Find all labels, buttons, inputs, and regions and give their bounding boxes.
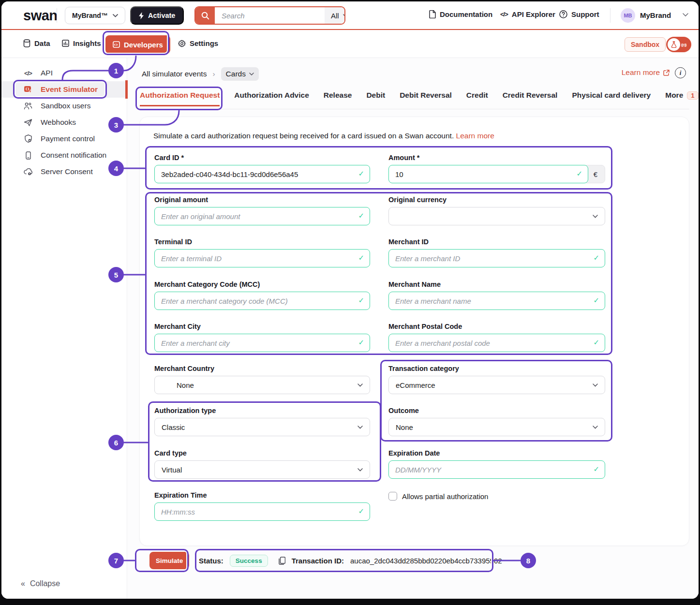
merchant-name-label: Merchant Name bbox=[388, 280, 605, 288]
copy-icon[interactable] bbox=[279, 557, 285, 565]
card-type-select[interactable]: Virtual bbox=[154, 460, 370, 479]
sidebar-item-api[interactable]: </> API bbox=[1, 65, 127, 81]
outcome-select[interactable]: None bbox=[388, 418, 605, 436]
sandbox-badge: Sandbox bbox=[625, 37, 666, 52]
avatar[interactable]: MB bbox=[621, 8, 635, 23]
form-learn-more-link[interactable]: Learn more bbox=[456, 132, 494, 140]
chevron-down-icon bbox=[343, 14, 345, 17]
api-explorer-link[interactable]: </> API Explorer bbox=[500, 10, 555, 18]
expiration-date-input[interactable] bbox=[388, 460, 605, 479]
documentation-link[interactable]: Documentation bbox=[429, 10, 492, 18]
allows-partial-authorization-checkbox[interactable] bbox=[388, 492, 397, 501]
environment-toggle[interactable]: ((•)) bbox=[666, 37, 691, 52]
chart-icon bbox=[62, 40, 69, 47]
merchant-city-input[interactable] bbox=[154, 334, 370, 352]
activate-button[interactable]: Activate bbox=[130, 6, 184, 25]
status-badge: Success bbox=[230, 555, 268, 567]
simulate-button[interactable]: Simulate bbox=[149, 552, 189, 569]
collapse-label: Collapse bbox=[30, 579, 60, 588]
documentation-label: Documentation bbox=[440, 10, 492, 18]
tab-credit[interactable]: Credit bbox=[466, 88, 488, 106]
card-id-input[interactable] bbox=[154, 165, 370, 183]
chevron-down-icon bbox=[357, 426, 363, 429]
expiration-date-label: Expiration Date bbox=[388, 449, 605, 457]
tab-authorization-advice[interactable]: Authorization Advice bbox=[234, 88, 309, 106]
search-icon[interactable] bbox=[195, 7, 215, 24]
sidebar-item-sandbox-users[interactable]: Sandbox users bbox=[1, 98, 127, 114]
learn-more-link[interactable]: Learn more bbox=[622, 68, 670, 77]
nav-item-data[interactable]: Data bbox=[23, 39, 50, 47]
amount-input[interactable] bbox=[388, 165, 588, 183]
brand-switcher-button[interactable]: MyBrand™ bbox=[65, 7, 125, 24]
sidebar-webhooks-label: Webhooks bbox=[41, 118, 76, 127]
merchant-postal-code-label: Merchant Postal Code bbox=[388, 323, 605, 330]
simulator-form-card: Simulate a card authorization request be… bbox=[139, 117, 689, 546]
tab-credit-reversal[interactable]: Credit Reversal bbox=[503, 88, 558, 106]
code-icon: </> bbox=[23, 70, 33, 77]
tab-authorization-request[interactable]: Authorization Request bbox=[140, 88, 220, 106]
divider bbox=[57, 8, 57, 23]
breadcrumb: All simulator events › Cards bbox=[142, 67, 259, 81]
nav-item-developers[interactable]: Developers bbox=[105, 35, 170, 54]
allows-partial-authorization-label: Allows partial authorization bbox=[402, 492, 488, 501]
amount-label: Amount * bbox=[388, 154, 605, 162]
nav-item-settings[interactable]: Settings bbox=[178, 39, 218, 47]
tab-more[interactable]: More 1 bbox=[665, 88, 699, 106]
currency-suffix: € bbox=[586, 165, 605, 183]
merchant-id-input[interactable] bbox=[388, 249, 605, 267]
merchant-country-label: Merchant Country bbox=[154, 365, 370, 372]
tab-debit-reversal[interactable]: Debit Reversal bbox=[400, 88, 452, 106]
original-amount-input[interactable] bbox=[154, 207, 370, 225]
search-filter-dropdown[interactable]: All bbox=[325, 7, 345, 24]
tab-physical-card-delivery[interactable]: Physical card delivery bbox=[572, 88, 651, 106]
original-currency-select[interactable] bbox=[388, 207, 605, 225]
expiration-time-input[interactable] bbox=[154, 502, 370, 521]
merchant-country-select[interactable]: None bbox=[154, 376, 370, 394]
search-input[interactable] bbox=[215, 7, 325, 24]
sidebar-event-simulator-label: Event Simulator bbox=[41, 85, 98, 94]
collapse-button[interactable]: « Collapse bbox=[21, 579, 60, 588]
sidebar-item-consent-notification[interactable]: Consent notification bbox=[1, 147, 127, 163]
transaction-category-select[interactable]: eCommerce bbox=[388, 376, 605, 394]
main-nav: Data Insights Developers Settings Sandbo… bbox=[1, 31, 699, 58]
authorization-type-select[interactable]: Classic bbox=[154, 418, 370, 436]
chevron-down-icon bbox=[357, 384, 363, 387]
main-content: All simulator events › Cards Learn more … bbox=[128, 58, 699, 599]
account-menu-chevron[interactable] bbox=[683, 13, 688, 16]
sidebar-item-server-consent[interactable]: Server Consent bbox=[1, 163, 127, 180]
transaction-id-label: Transaction ID: bbox=[292, 557, 344, 565]
merchant-name-input[interactable] bbox=[388, 292, 605, 310]
info-icon[interactable]: i bbox=[675, 67, 686, 78]
form-description: Simulate a card authorization request be… bbox=[153, 132, 494, 140]
sidebar-item-event-simulator[interactable]: Event Simulator bbox=[1, 81, 127, 98]
terminal-id-input[interactable] bbox=[154, 249, 370, 267]
chevron-down-icon bbox=[249, 73, 254, 75]
code-icon: </> bbox=[500, 11, 508, 18]
search-bar: All bbox=[194, 6, 345, 25]
tab-debit[interactable]: Debit bbox=[366, 88, 385, 106]
nav-item-insights[interactable]: Insights bbox=[62, 39, 101, 47]
account-name: MyBrand bbox=[640, 11, 671, 19]
sidebar-server-consent-label: Server Consent bbox=[41, 167, 93, 176]
merchant-city-label: Merchant City bbox=[154, 323, 370, 330]
support-link[interactable]: Support bbox=[559, 10, 599, 18]
breadcrumb-current-dropdown[interactable]: Cards bbox=[221, 67, 259, 81]
support-label: Support bbox=[571, 10, 599, 18]
mcc-input[interactable] bbox=[154, 292, 370, 310]
sidebar-item-webhooks[interactable]: Webhooks bbox=[1, 114, 127, 131]
cloud-gear-icon bbox=[23, 168, 33, 176]
flask-icon bbox=[668, 38, 680, 51]
transaction-category-label: Transaction category bbox=[388, 365, 605, 372]
nav-settings-label: Settings bbox=[190, 39, 218, 47]
nav-insights-label: Insights bbox=[73, 39, 101, 47]
external-link-icon bbox=[663, 70, 670, 76]
sidebar-item-payment-control[interactable]: Payment control bbox=[1, 131, 127, 147]
breadcrumb-root[interactable]: All simulator events bbox=[142, 70, 207, 78]
chevron-down-icon bbox=[357, 468, 363, 472]
breadcrumb-separator-icon: › bbox=[212, 70, 215, 78]
event-simulator-icon bbox=[23, 86, 33, 94]
merchant-postal-code-input[interactable] bbox=[388, 334, 605, 352]
card-id-label: Card ID * bbox=[154, 154, 370, 162]
users-icon bbox=[23, 102, 33, 110]
tab-release[interactable]: Release bbox=[324, 88, 352, 106]
